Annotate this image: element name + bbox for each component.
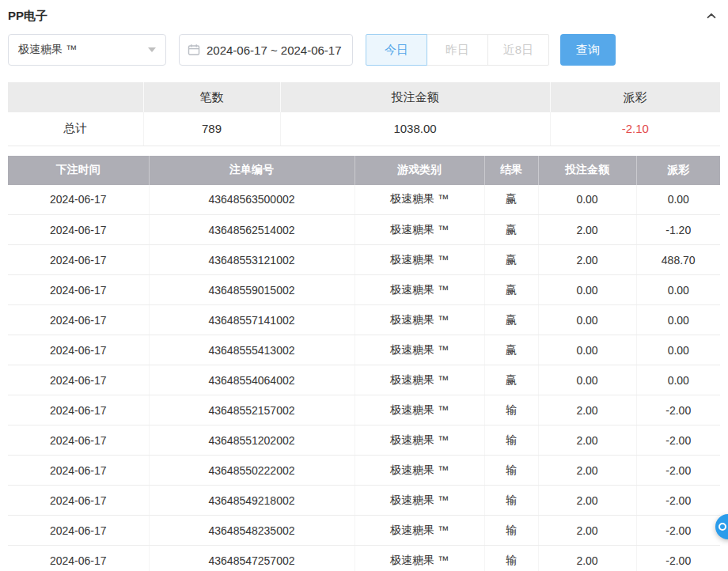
cell-result: 赢 — [484, 275, 538, 305]
cell-game-category: 极速糖果 ™ — [355, 425, 484, 456]
header-payout: 派彩 — [636, 156, 720, 185]
cell-bet-amount: 2.00 — [538, 245, 636, 275]
cell-game-category: 极速糖果 ™ — [355, 365, 484, 395]
cell-order-number: 43648559015002 — [149, 275, 355, 305]
table-row: 2024-06-17 43648549218002 极速糖果 ™ 输 2.00 … — [8, 486, 720, 516]
cell-order-number: 43648548235002 — [149, 516, 355, 546]
cell-bet-time: 2024-06-17 — [8, 425, 149, 456]
cell-payout: 0.00 — [636, 335, 720, 365]
cell-game-category: 极速糖果 ™ — [355, 305, 484, 335]
filter-bar: 极速糖果 ™ 2024-06-17 ~ 2024-06-17 今日 昨日 近8日… — [8, 34, 720, 66]
cell-bet-amount: 2.00 — [538, 425, 636, 456]
cell-game-category: 极速糖果 ™ — [355, 456, 484, 486]
collapse-panel-button[interactable] — [703, 7, 720, 25]
customer-service-icon — [719, 523, 726, 531]
cell-bet-amount: 2.00 — [538, 516, 636, 546]
cell-bet-time: 2024-06-17 — [8, 245, 149, 275]
cell-bet-time: 2024-06-17 — [8, 486, 149, 516]
cell-game-category: 极速糖果 ™ — [355, 516, 484, 546]
table-row: 2024-06-17 43648562514002 极速糖果 ™ 赢 2.00 … — [8, 215, 720, 245]
cell-bet-time: 2024-06-17 — [8, 546, 149, 571]
game-select[interactable]: 极速糖果 ™ — [8, 34, 166, 66]
summary-total-row: 总计 789 1038.00 -2.10 — [8, 112, 720, 146]
cell-order-number: 43648554064002 — [149, 365, 355, 395]
table-row: 2024-06-17 43648563500002 极速糖果 ™ 赢 0.00 … — [8, 185, 720, 215]
cell-bet-amount: 2.00 — [538, 546, 636, 571]
cell-payout: -2.00 — [636, 486, 720, 516]
table-row: 2024-06-17 43648548235002 极速糖果 ™ 输 2.00 … — [8, 516, 720, 546]
query-button[interactable]: 查询 — [560, 34, 616, 66]
cell-bet-amount: 2.00 — [538, 215, 636, 245]
bet-table-body: 2024-06-17 43648563500002 极速糖果 ™ 赢 0.00 … — [8, 185, 720, 571]
date-range-value: 2024-06-17 ~ 2024-06-17 — [207, 43, 342, 57]
cell-game-category: 极速糖果 ™ — [355, 215, 484, 245]
summary-header-payout: 派彩 — [550, 82, 720, 112]
summary-header-row: 笔数 投注金额 派彩 — [8, 82, 720, 112]
cell-payout: 0.00 — [636, 305, 720, 335]
cell-game-category: 极速糖果 ™ — [355, 486, 484, 516]
today-button[interactable]: 今日 — [366, 34, 427, 66]
date-range-input[interactable]: 2024-06-17 ~ 2024-06-17 — [179, 34, 353, 66]
table-row: 2024-06-17 43648547257002 极速糖果 ™ 输 2.00 … — [8, 546, 720, 571]
bet-records-table: 下注时间 注单编号 游戏类别 结果 投注金额 派彩 2024-06-17 436… — [8, 156, 720, 571]
cell-order-number: 43648553121002 — [149, 245, 355, 275]
cell-bet-time: 2024-06-17 — [8, 305, 149, 335]
summary-bet-amount-value: 1038.00 — [280, 112, 550, 146]
cell-game-category: 极速糖果 ™ — [355, 335, 484, 365]
cell-order-number: 43648547257002 — [149, 546, 355, 571]
header-game-category: 游戏类别 — [355, 156, 484, 185]
cell-payout: -2.00 — [636, 395, 720, 425]
summary-header-count: 笔数 — [143, 82, 280, 112]
header-result: 结果 — [484, 156, 538, 185]
cell-payout: -2.00 — [636, 516, 720, 546]
header-bet-amount: 投注金额 — [538, 156, 636, 185]
cell-payout: -1.20 — [636, 215, 720, 245]
cell-result: 输 — [484, 425, 538, 456]
cell-game-category: 极速糖果 ™ — [355, 275, 484, 305]
cell-payout: 488.70 — [636, 245, 720, 275]
cell-result: 赢 — [484, 335, 538, 365]
cell-bet-amount: 0.00 — [538, 275, 636, 305]
summary-header-empty — [8, 82, 143, 112]
cell-order-number: 43648555413002 — [149, 335, 355, 365]
cell-bet-amount: 0.00 — [538, 365, 636, 395]
cell-bet-amount: 2.00 — [538, 486, 636, 516]
cell-result: 输 — [484, 395, 538, 425]
quick-range-button-group: 今日 昨日 近8日 — [366, 34, 549, 66]
cell-result: 赢 — [484, 305, 538, 335]
cell-order-number: 43648557141002 — [149, 305, 355, 335]
cell-result: 输 — [484, 486, 538, 516]
cell-order-number: 43648563500002 — [149, 185, 355, 215]
cell-bet-time: 2024-06-17 — [8, 215, 149, 245]
yesterday-button[interactable]: 昨日 — [427, 34, 488, 66]
cell-game-category: 极速糖果 ™ — [355, 245, 484, 275]
game-select-value: 极速糖果 ™ — [18, 43, 77, 57]
cell-payout: -2.00 — [636, 546, 720, 571]
cell-game-category: 极速糖果 ™ — [355, 185, 484, 215]
last-8-days-button[interactable]: 近8日 — [487, 34, 549, 66]
table-row: 2024-06-17 43648552157002 极速糖果 ™ 输 2.00 … — [8, 395, 720, 425]
cell-game-category: 极速糖果 ™ — [355, 395, 484, 425]
cell-bet-time: 2024-06-17 — [8, 395, 149, 425]
summary-header-bet-amount: 投注金额 — [280, 82, 550, 112]
cell-bet-time: 2024-06-17 — [8, 275, 149, 305]
cell-bet-amount: 0.00 — [538, 305, 636, 335]
table-row: 2024-06-17 43648554064002 极速糖果 ™ 赢 0.00 … — [8, 365, 720, 395]
cell-payout: 0.00 — [636, 185, 720, 215]
cell-bet-time: 2024-06-17 — [8, 365, 149, 395]
cell-bet-time: 2024-06-17 — [8, 185, 149, 215]
table-row: 2024-06-17 43648550222002 极速糖果 ™ 输 2.00 … — [8, 456, 720, 486]
cell-game-category: 极速糖果 ™ — [355, 546, 484, 571]
summary-table: 笔数 投注金额 派彩 总计 789 1038.00 -2.10 — [8, 82, 720, 146]
summary-total-label: 总计 — [8, 112, 143, 146]
cell-bet-amount: 0.00 — [538, 335, 636, 365]
cell-order-number: 43648551202002 — [149, 425, 355, 456]
cell-result: 赢 — [484, 365, 538, 395]
cell-payout: -2.00 — [636, 456, 720, 486]
cell-bet-time: 2024-06-17 — [8, 335, 149, 365]
bet-table-header-row: 下注时间 注单编号 游戏类别 结果 投注金额 派彩 — [8, 156, 720, 185]
cell-order-number: 43648562514002 — [149, 215, 355, 245]
cell-bet-time: 2024-06-17 — [8, 456, 149, 486]
cell-bet-time: 2024-06-17 — [8, 516, 149, 546]
table-row: 2024-06-17 43648557141002 极速糖果 ™ 赢 0.00 … — [8, 305, 720, 335]
